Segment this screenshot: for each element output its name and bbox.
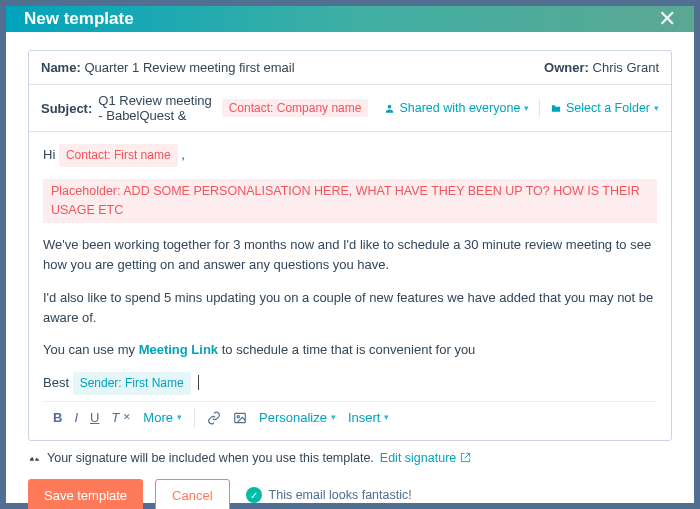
editor-toolbar: B I U T✕ More ▾ Pers (43, 401, 657, 434)
signoff-line: Best Sender: First Name (43, 372, 657, 395)
subject-company-token[interactable]: Contact: Company name (222, 99, 369, 117)
svg-point-0 (388, 104, 392, 108)
signature-notice: Your signature will be included when you… (28, 451, 672, 465)
modal-header: New template ✕ (6, 6, 694, 32)
modal-content: Name: Quarter 1 Review meeting first ema… (6, 32, 694, 509)
signature-text: Your signature will be included when you… (47, 451, 374, 465)
toolbar-separator (194, 409, 195, 427)
folder-dropdown[interactable]: Select a Folder ▾ (550, 101, 659, 115)
owner-field: Owner: Chris Grant (544, 60, 659, 75)
meeting-link[interactable]: Meeting Link (139, 342, 218, 357)
new-template-modal: New template ✕ Name: Quarter 1 Review me… (0, 0, 700, 509)
name-owner-row: Name: Quarter 1 Review meeting first ema… (29, 51, 671, 85)
name-value: Quarter 1 Review meeting first email (84, 60, 294, 75)
signoff-pre: Best (43, 375, 69, 390)
edit-signature-link[interactable]: Edit signature (380, 451, 471, 465)
personalisation-placeholder-token[interactable]: Placeholder: ADD SOME PERSONALISATION HE… (43, 179, 657, 224)
greeting-post: , (181, 147, 185, 162)
greeting-pre: Hi (43, 147, 55, 162)
image-icon (233, 411, 247, 425)
template-editor: Name: Quarter 1 Review meeting first ema… (28, 50, 672, 441)
user-icon (384, 103, 395, 114)
folder-label: Select a Folder (566, 101, 650, 115)
chevron-down-icon: ▾ (654, 103, 659, 113)
clear-formatting-button[interactable]: T✕ (111, 408, 131, 428)
sharing-dropdown[interactable]: Shared with everyone ▾ (384, 101, 529, 115)
subject-label: Subject: (41, 101, 92, 116)
divider (539, 99, 540, 117)
personalize-dropdown[interactable]: Personalize ▾ (259, 408, 336, 428)
status-text: This email looks fantastic! (269, 488, 412, 502)
text-cursor (198, 375, 203, 390)
body-paragraph-3: You can use my Meeting Link to schedule … (43, 340, 657, 360)
signature-icon (28, 451, 41, 464)
insert-label: Insert (348, 408, 381, 428)
insert-image-button[interactable] (233, 411, 247, 425)
name-field[interactable]: Name: Quarter 1 Review meeting first ema… (41, 60, 295, 75)
more-label: More (143, 408, 173, 428)
owner-value: Chris Grant (593, 60, 659, 75)
modal-title: New template (24, 9, 134, 29)
sender-first-name-token[interactable]: Sender: First Name (73, 372, 191, 395)
chevron-down-icon: ▾ (384, 411, 389, 425)
underline-button[interactable]: U (90, 408, 99, 428)
bold-button[interactable]: B (53, 408, 62, 428)
subject-row: Subject: Q1 Review meeting - BabelQuest … (29, 85, 671, 132)
modal-footer: Save template Cancel ✓ This email looks … (28, 479, 672, 509)
body-paragraph-2: I'd also like to spend 5 mins updating y… (43, 288, 657, 328)
close-icon[interactable]: ✕ (658, 6, 676, 32)
greeting-line: Hi Contact: First name , (43, 144, 657, 167)
italic-button[interactable]: I (74, 408, 78, 428)
external-link-icon (460, 452, 471, 463)
body-paragraph-1: We've been working together for 3 months… (43, 235, 657, 275)
personalize-label: Personalize (259, 408, 327, 428)
subject-input[interactable]: Q1 Review meeting - BabelQuest & (98, 93, 215, 123)
email-status: ✓ This email looks fantastic! (246, 487, 412, 503)
chevron-down-icon: ▾ (524, 103, 529, 113)
first-name-token[interactable]: Contact: First name (59, 144, 178, 167)
cancel-button[interactable]: Cancel (155, 479, 229, 509)
sharing-label: Shared with everyone (399, 101, 520, 115)
name-label: Name: (41, 60, 81, 75)
folder-icon (550, 103, 562, 114)
save-template-button[interactable]: Save template (28, 479, 143, 509)
check-circle-icon: ✓ (246, 487, 262, 503)
insert-link-button[interactable] (207, 411, 221, 425)
insert-dropdown[interactable]: Insert ▾ (348, 408, 390, 428)
svg-point-2 (237, 415, 239, 417)
chevron-down-icon: ▾ (177, 411, 182, 425)
link-icon (207, 411, 221, 425)
email-body-editor[interactable]: Hi Contact: First name , Placeholder: AD… (29, 132, 671, 440)
chevron-down-icon: ▾ (331, 411, 336, 425)
more-dropdown[interactable]: More ▾ (143, 408, 182, 428)
owner-label: Owner: (544, 60, 589, 75)
